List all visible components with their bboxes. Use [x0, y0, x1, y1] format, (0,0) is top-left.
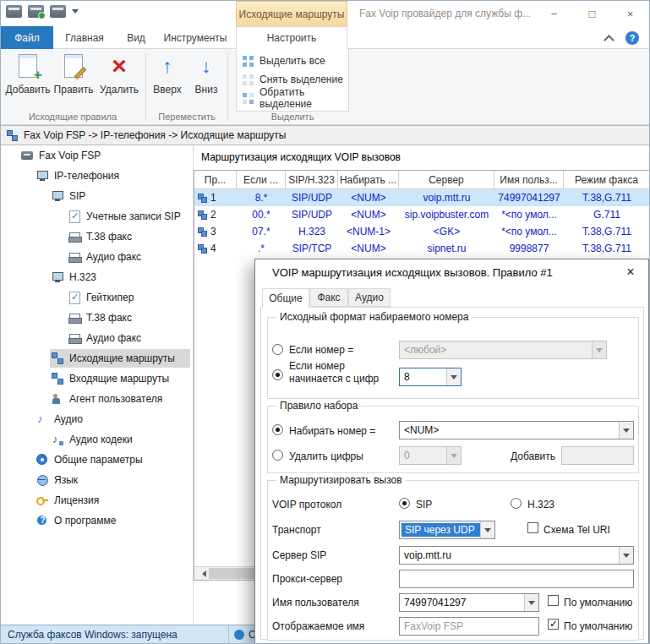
transport-combo[interactable]: SIP через UDP [399, 521, 495, 539]
radio-remove-digits[interactable] [272, 450, 283, 461]
column-header[interactable]: Режим факса [564, 171, 650, 188]
fax-machine-icon [68, 312, 80, 324]
table-row[interactable]: 2 00.* SIP/UDP <NUM> sip.voipbuster.com … [194, 206, 650, 223]
digits-combo[interactable]: 8 [399, 368, 462, 386]
breadcrumb-text: Fax Voip FSP -> IP-телефония -> Исходящи… [24, 129, 286, 141]
clear-selection-button[interactable]: Снять выделение [243, 71, 347, 88]
rule-number: 3 [210, 226, 216, 237]
username-default-checkbox[interactable] [548, 595, 559, 606]
tree-item-label: Н.323 [69, 271, 96, 283]
printer-icon[interactable] [50, 5, 66, 18]
cell-protocol: SIP/TCP [286, 240, 338, 257]
move-up-label: Вверх [153, 84, 181, 96]
tree-item-audio[interactable]: Аудио [35, 410, 192, 428]
column-header[interactable]: Сервер [399, 171, 494, 188]
move-down-label: Вниз [195, 84, 218, 96]
move-down-button[interactable]: ↓ Вниз [188, 51, 224, 112]
close-button[interactable]: × [611, 1, 649, 26]
table-row[interactable]: 1 8.* SIP/UDP <NUM> voip.mtt.ru 74997041… [194, 189, 650, 206]
tree-item-ip-telephony[interactable]: IP-телефония [35, 166, 192, 185]
tree-item-user-agent[interactable]: Агент пользователя [50, 390, 192, 408]
table-row[interactable]: 3 07.* H.323 <NUM-1> <GK> *<по умол... T… [194, 223, 650, 240]
tree-item-audio-codecs[interactable]: Аудио кодеки [50, 430, 192, 449]
maximize-button[interactable]: □ [573, 1, 611, 26]
contextual-tab-header: Исходящие маршруты [236, 1, 347, 26]
routes-icon [7, 130, 18, 141]
tree-item-fax-voip-fsp[interactable]: Fax Voip FSP [19, 146, 192, 165]
dialog-tab-fax[interactable]: Факс [309, 288, 348, 307]
tree-item-sip[interactable]: SIP [50, 187, 192, 205]
display-default-checkbox[interactable] [548, 619, 559, 630]
chevron-down-icon[interactable] [446, 368, 461, 385]
dialog-close-button[interactable]: × [620, 263, 642, 281]
column-header[interactable]: SIP/H.323 [286, 171, 338, 188]
column-header[interactable]: Если ... [237, 171, 286, 188]
table-row[interactable]: 4 .* SIP/TCP <NUM> sipnet.ru 9998877 T.3… [194, 240, 650, 257]
tab-file[interactable]: Файл [1, 26, 53, 49]
tab-home[interactable]: Главная [53, 26, 116, 49]
select-all-icon [243, 56, 254, 67]
tree-item-h323[interactable]: Н.323 [50, 268, 192, 287]
dial-number-combo[interactable]: <NUM> [399, 421, 634, 439]
scroll-left-icon[interactable] [194, 567, 208, 580]
radio-if-number-equals[interactable] [272, 344, 283, 355]
sip-server-combo[interactable]: voip.mtt.ru [399, 546, 634, 565]
tree-item-audio-fax[interactable]: Аудио факс [67, 248, 192, 266]
select-all-button[interactable]: Выделить все [243, 52, 347, 69]
dialog-tab-audio[interactable]: Аудио [348, 288, 391, 307]
delete-rule-button[interactable]: × Удалить [97, 51, 141, 112]
tab-customize[interactable]: Настроить [236, 26, 347, 50]
ribbon-collapse-icon[interactable] [604, 34, 614, 42]
tree-item-audio-fax-h323[interactable]: Аудио факс [67, 329, 192, 347]
tel-uri-checkbox[interactable] [527, 522, 538, 533]
radio-number-starts-with[interactable] [272, 369, 283, 380]
column-header[interactable]: Имя польз... [494, 171, 564, 188]
cell-if-number: .* [237, 240, 286, 257]
minimize-button[interactable]: − [535, 1, 573, 26]
tree-item-gatekeeper[interactable]: Гейткипер [67, 288, 192, 307]
chevron-down-icon[interactable] [619, 547, 633, 564]
tree-item-incoming-routes[interactable]: Входящие маршруты [50, 369, 192, 388]
tree-item-license[interactable]: Лицензия [35, 491, 192, 510]
tree-item-outgoing-routes[interactable]: Исходящие маршруты [50, 349, 190, 368]
column-header[interactable]: Набирать ... [338, 171, 399, 188]
radio-h323[interactable] [511, 498, 522, 509]
username-combo[interactable]: 74997041297 [399, 593, 539, 612]
add-rule-button[interactable]: + Добавить [6, 51, 50, 112]
send-fax-icon[interactable] [28, 5, 44, 18]
tree-item-label: Т.38 факс [86, 231, 132, 243]
move-up-button[interactable]: ↑ Вверх [150, 51, 185, 112]
any-number-value: <любой> [400, 344, 592, 356]
proxy-server-input[interactable] [399, 570, 634, 588]
tree-item-label: Учетные записи SIP [86, 210, 181, 222]
display-default-label: По умолчанию [564, 620, 632, 632]
fax-device-icon[interactable] [6, 5, 22, 18]
tree-item-sip-accounts[interactable]: Учетные записи SIP [67, 207, 192, 226]
radio-dial-number[interactable] [272, 424, 283, 435]
tree-item-about[interactable]: О программе [35, 511, 192, 530]
tab-tools[interactable]: Инструменты [156, 26, 234, 49]
clear-selection-label: Снять выделение [259, 74, 343, 85]
chevron-down-icon [592, 341, 606, 358]
radio-sip[interactable] [399, 498, 410, 509]
display-name-label: Отображаемое имя [272, 620, 364, 632]
chevron-down-icon[interactable] [619, 422, 633, 439]
tree-item-t38-fax[interactable]: Т.38 факс [67, 227, 192, 246]
cell-fax-mode: G.711 [564, 206, 650, 223]
tree-item-t38-fax-h323[interactable]: Т.38 факс [67, 308, 192, 327]
edit-rule-button[interactable]: Править [52, 51, 96, 112]
group-dial-rule-label: Правило набора [276, 400, 361, 412]
tab-view[interactable]: Вид [116, 26, 156, 49]
up-arrow-icon: ↑ [162, 55, 172, 77]
help-icon[interactable]: ? [625, 31, 639, 45]
qat-dropdown-icon[interactable] [72, 9, 79, 17]
tree-item-label: Исходящие маршруты [69, 352, 175, 364]
chevron-down-icon[interactable] [524, 594, 538, 611]
invert-selection-button[interactable]: Обратить выделение [243, 90, 347, 106]
chevron-down-icon[interactable] [480, 521, 494, 538]
tree-item-general-settings[interactable]: Общие параметры [35, 450, 192, 469]
tree-item-language[interactable]: Язык [35, 471, 192, 489]
display-name-input[interactable] [399, 617, 539, 636]
column-header[interactable]: Пр... [194, 171, 237, 188]
dialog-tab-general[interactable]: Общие [262, 288, 309, 308]
